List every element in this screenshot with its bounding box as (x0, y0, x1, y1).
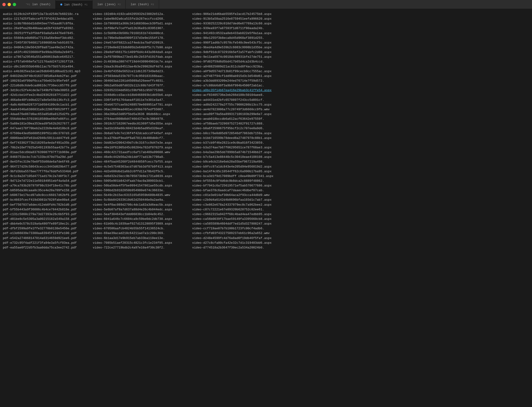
list-item: video-2c4838ba380747f19d4430904902dc7e.a… (93, 59, 192, 64)
list-item: video-acf83405736e2eb266d100c50104aee8. (192, 93, 529, 97)
title-bar: ⌃⌘1 lan (bash) lan (bash) ⌘1 lan (java) … (0, 0, 532, 9)
tab-4-label: lan (bash) (130, 3, 149, 6)
video-link[interactable]: video-a8bc35f14b67ea416e29bab3c41ffe54.a… (192, 88, 529, 93)
list-item: video-5c6bb8426336l0d62d250446e9a2ae9a. (93, 198, 192, 202)
list-item: video-5eaf304643efddd06838cc1b84e9c452. (93, 212, 192, 217)
tab-2[interactable]: lan (bash) ⌘1 (56, 0, 93, 9)
list-item: video-5005e901b8424faab74ac0a389933cb1. (93, 179, 192, 183)
list-item: video-192d84c4192ca04205932b23882b512a. (93, 12, 192, 16)
list-item: video-9dbf01dc8732916b5ef2a57fabfc2d80.a… (192, 50, 529, 55)
list-item: pdf-e732c95f4adf221f3fa94e3a5fcf03ea.pdf (3, 241, 93, 245)
list-item: video-d248e4599fc4d76a8ad0f19db46f5faf.a… (192, 236, 529, 241)
list-item: video-4c5e57548363acd7d07bb3df87b9f413.a… (93, 164, 192, 169)
list-item: pdf-e542a274868147014a6314659d921ee6.pdf (3, 236, 93, 241)
list-item: video-3ad1b166e66c60423d4b5ad95d320eaf. (93, 126, 192, 131)
tab-1-label: lan (bash) (32, 3, 51, 6)
list-item: video-ae4d7823006a77c20749f3d6660cc9fb.w… (192, 107, 529, 112)
list-item: video-3764ee4808b0d47466437ec9c3804978. (93, 117, 192, 121)
list-item: video-35eb6737cae5b2488570e669951af791.a… (93, 102, 192, 107)
list-item: video-941492c0532aa8eb433ab822e5f0a1aa.a… (192, 31, 529, 36)
list-item: pdf-9d712e7d722e11e50184951ebf4a4a54.pdf (3, 179, 93, 183)
maximize-button[interactable] (13, 3, 16, 6)
list-item: video-c01e3e014af30b64aca2f93cca44d8d9.w… (192, 193, 529, 198)
list-item: video-2f503dda515b7077c4c950183166baac. (93, 74, 192, 78)
terminal-body: audio-0128cb24f439f13a73cd254b7b60218c.r… (0, 9, 532, 407)
list-item: video-c87c72221e67e89320b628752c02ee61. (192, 207, 529, 212)
list-item: video-b9ce6cb216e6eb20a55bef967219a498. (192, 159, 529, 164)
list-item: audio-1c8b70bbbd1dd943ee7745aad67c8f6a. (3, 21, 93, 26)
list-item: video-aeab018bccdb6a612acf63642e97559f. (192, 117, 529, 121)
list-item: video-bf5554c9f4d6dc9b8dca2c8889f48862. (192, 179, 529, 183)
list-item: audio-7345f39704681716986854e7eb916579. (3, 40, 93, 45)
col-1: audio-0128cb24f439f13a73cd254b7b60218c.r… (3, 12, 93, 250)
list-item: pdf-964727d29c58643ceccc3443d029b477.pdf (3, 164, 93, 169)
list-item: pdf-67590e43ed5b6805199f61cd0c3787d3.pdf (3, 131, 93, 136)
list-item: video-a048825009d21ac811cbd8f4acc923ba. (192, 64, 529, 69)
tab-2-label: lan (bash) (64, 3, 83, 6)
list-item: video-b3a374ae7b67f06295651ce787f68ae3.a… (192, 145, 529, 150)
list-item: video-336f34f61764aea4f1811e7e301e3a47. (93, 98, 192, 102)
ls-output: audio-0128cb24f439f13a73cd254b7b60218c.r… (3, 12, 529, 250)
list-item: pdf-a79ca783b207979f98c534f18e41c78b.pdf (3, 183, 93, 188)
list-item: pdf-81aac5dcd9da837639087f97f71b969e.pdf (3, 150, 93, 155)
list-item: video-ca585589b4604ddf7ed1d5d327808247.a… (192, 221, 529, 226)
col-2: video-192d84c4192ca04205932b23882b512a.v… (93, 12, 192, 250)
tab-4[interactable]: lan (bash) ⌘3 (126, 0, 159, 9)
list-item: video-b37cb9f46e2821ce9c0ba016f3423859. (192, 141, 529, 145)
list-item: video-1abe9b92a6ca515fe1b287eccfccd268. (93, 16, 192, 21)
window-controls (2, 3, 16, 6)
list-item: audio-94064c10e56420f0a871ae49e2e1f42a. (3, 45, 93, 50)
minimize-button[interactable] (8, 3, 11, 6)
list-item: video-1c5b89b43b586c70168161b743d400cd. (93, 31, 192, 36)
list-item: video-24e67d4f6822ca1f4edcba7bdfd20919. (93, 40, 192, 45)
list-item: video-d27c8cfa80cfa42e32c7d1c319403dd6.a… (192, 241, 529, 245)
tab-1-kbd: ⌃⌘1 (26, 3, 30, 6)
tab-3[interactable]: lan (java) ⌘2 (93, 0, 126, 9)
list-item: video-a2f487f94cf1dd98ab915d3c3d548d61.a… (192, 74, 529, 78)
list-item: pdf-5a88e181e39ea353ead9fb62b2627677.pdf (3, 121, 93, 126)
list-item: video-cfbfd03f43227509237eb61c96a2a652.w… (192, 231, 529, 236)
list-item: pdf-4daa676e867d0ac653a85d8a8125d2fb.pdf (3, 112, 93, 117)
close-button[interactable] (2, 3, 6, 6)
list-item: pdf-466a6e48fcb0bd227a8e5e55b136cfc3.pdf (3, 98, 93, 102)
list-item: pdf-ea55ae0f22d5fb3aa0dda75ca3ee2742.pdf (3, 245, 93, 250)
list-item: pdf-b60673e17bcd97a9c0ccc66017d62bf6.pdf (3, 193, 93, 198)
tab-1[interactable]: ⌃⌘1 lan (bash) (21, 0, 56, 9)
list-item: pdf-b0595da30caaa0c35ce4e20a709fe158.pdf (3, 188, 93, 193)
list-item: video-b1bb716599b78deed8a27487978c88b1.a… (192, 136, 529, 141)
list-item: video-36ac2069ead481ecc03bb76fedf55087. (93, 107, 192, 112)
list-item: video-1b7966081a360c341d6836becb39fbd1.a… (93, 21, 192, 26)
list-item: pdf-bf55b443a9f36086c4b4ce78442b816e.pdf (3, 207, 93, 212)
list-item: video-722ce27719bdb2c4a97e10a4f30c38f2. (93, 245, 192, 250)
list-item: video-990f1ad6b7c9570cfe540c9ee543cf5c.a… (192, 40, 529, 45)
list-item: video-ba14f4c85c10544ff62c6a990b17ba95.a… (192, 169, 529, 174)
list-item: video-30b2a65bd8fd032b112c88b7d43f707f. (93, 83, 192, 88)
list-item: video-36e206a53d85f5bd5a3636 86db68cc.as… (93, 112, 192, 117)
tab-bar: ⌃⌘1 lan (bash) lan (bash) ⌘1 lan (java) … (21, 0, 530, 9)
list-item: video-304663ab2281d45089a526eeeffc4031. (93, 78, 192, 83)
list-item: video-bca3d1f9d17089bdff c8ea49b09f7341.… (192, 174, 529, 179)
list-item: audio-26e9fea26b40baacad2bf416dffa9392. (3, 26, 93, 31)
list-item: video-3348d6ccd3accb18b0468893b1db55b6.a… (93, 93, 192, 97)
list-item: video-1bf08efe7ceffad12b36a91c83951907. (93, 26, 192, 31)
list-item: video-b7c5a413e88440c5c30418eae4108108.a… (192, 155, 529, 159)
list-item: pdf-8468751bcbc7cb7133bc870d75a29d.pdf (3, 155, 93, 159)
tab-2-dot (60, 4, 62, 5)
list-item: video-b9fcc97a1dc843e4e205d94e956019d2.a… (192, 164, 529, 169)
col-3: video-906e21dd6bab5595fe2acd17b24575b8.a… (192, 12, 529, 250)
list-item: pdf-221d6d8c6de6cad0616c7f36ecc857f0.pdf (3, 83, 93, 88)
list-item: audio-0128cb24f439f13a73cd254b7b60218c.r… (3, 12, 93, 16)
list-item: video-b0a6f2590675f95bcf2c2c707ee0a9d6. (192, 126, 529, 131)
list-item: video-2daa3c8ba94513ae4b3e299028df4d7d.a… (93, 64, 192, 69)
list-item: video-c2b9d4a6142d4b0696bfaa103d1c7ab7.a… (192, 198, 529, 202)
list-item: video-9330252220c010d7ded6e67769a13c60.a… (192, 21, 529, 26)
list-item: pdf-9c1c8a2d7105d4771ad179c2a7d0f3c7.pdf (3, 174, 93, 179)
list-item: video-484fbad45260f2d4844858fcecc7bf55.a… (93, 159, 192, 164)
list-item: video-c9662315a942ff68c4bad4ea47edbb95.a… (192, 212, 529, 217)
list-item: video-460c421731aadfcc6af17ab409a99608.w… (93, 150, 192, 155)
list-item: video-1c790e9a9de6909f237d3e9e1554f170. (93, 36, 192, 40)
list-item: audio-cf57a6466efa712176add2471201f719. (3, 59, 93, 64)
list-item: video-28e8df466175c1409f6d4c443a984da8.a… (93, 50, 192, 55)
list-item: video-913b5a58aa2516e8759451eefa996620.a… (192, 16, 529, 21)
list-item: video-9fd02f59d6d5bd417b65d4ca2d3b4ccd. (192, 59, 529, 64)
